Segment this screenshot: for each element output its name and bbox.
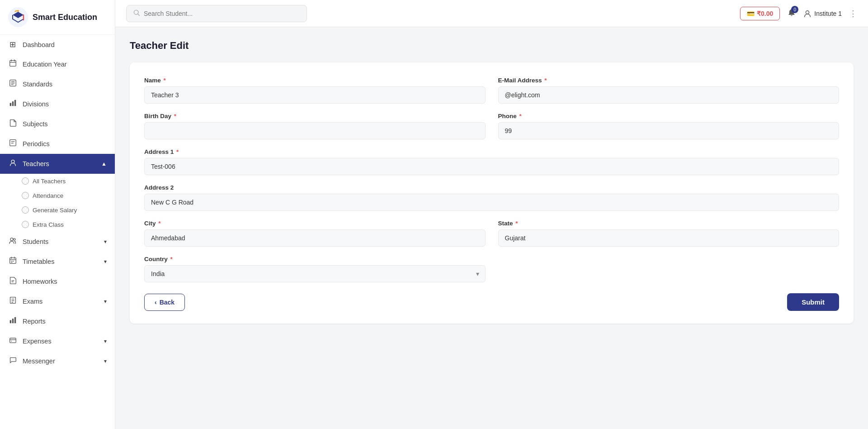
sidebar-item-exams[interactable]: Exams ▾ (0, 291, 115, 311)
svg-rect-11 (9, 258, 16, 264)
birthday-input[interactable] (144, 122, 486, 139)
svg-point-8 (11, 160, 14, 163)
sidebar-item-label: Expenses (23, 338, 52, 345)
rupee-amount: ₹0.00 (757, 10, 773, 17)
birthday-label: Birth Day * (144, 113, 486, 119)
svg-rect-13 (12, 319, 13, 323)
messenger-chevron-icon: ▾ (104, 358, 107, 364)
sidebar-item-teachers[interactable]: Teachers ▲ (0, 154, 115, 174)
svg-point-18 (806, 10, 809, 14)
search-bar[interactable] (126, 5, 307, 22)
subnav-all-teachers[interactable]: All Teachers (22, 174, 115, 188)
sidebar-item-divisions[interactable]: Divisions (0, 94, 115, 114)
svg-point-17 (134, 10, 138, 14)
logo-icon (8, 7, 28, 27)
header-right: 💳 ₹0.00 0 Institute 1 ⋮ (740, 7, 857, 20)
svg-rect-4 (9, 103, 11, 106)
form-actions: ‹ Back Submit (144, 293, 839, 311)
students-icon (8, 237, 17, 247)
sidebar-item-messenger[interactable]: Messenger ▾ (0, 351, 115, 371)
messenger-icon (8, 356, 17, 366)
state-input[interactable] (498, 229, 840, 247)
subnav-extra-class[interactable]: Extra Class (22, 217, 115, 232)
bell-badge: 0 (791, 6, 798, 13)
user-info[interactable]: Institute 1 (803, 10, 842, 18)
sidebar-item-subjects[interactable]: Subjects (0, 114, 115, 134)
sidebar-item-students[interactable]: Students ▾ (0, 232, 115, 252)
svg-point-16 (11, 341, 12, 342)
sidebar-item-education-year[interactable]: Education Year (0, 54, 115, 74)
exams-icon (8, 296, 17, 306)
svg-rect-5 (12, 101, 13, 106)
sidebar-item-label: Exams (23, 298, 42, 305)
country-select[interactable]: India USA UK (144, 265, 486, 282)
phone-label: Phone * (498, 113, 840, 119)
sidebar-item-reports[interactable]: Reports (0, 311, 115, 331)
back-button[interactable]: ‹ Back (144, 294, 185, 311)
standards-icon (8, 79, 17, 89)
rupee-button[interactable]: 💳 ₹0.00 (740, 7, 780, 20)
sidebar-item-label: Reports (23, 318, 46, 325)
address1-label: Address 1 * (144, 148, 839, 155)
sidebar-item-homeworks[interactable]: Homeworks (0, 272, 115, 291)
teachers-icon (8, 159, 17, 169)
main-area: 💳 ₹0.00 0 Institute 1 ⋮ Teacher Edit Nam… (115, 0, 868, 429)
email-label: E-Mail Address * (498, 77, 840, 84)
phone-input[interactable] (498, 122, 840, 139)
subnav-attendance[interactable]: Attendance (22, 188, 115, 203)
svg-rect-12 (9, 320, 11, 324)
sidebar-item-periodics[interactable]: Periodics (0, 134, 115, 154)
students-chevron-icon: ▾ (104, 238, 107, 245)
sidebar-item-label: Students (23, 238, 48, 245)
submit-button[interactable]: Submit (787, 293, 839, 311)
email-group: E-Mail Address * (498, 77, 840, 104)
timetables-chevron-icon: ▾ (104, 258, 107, 265)
sidebar-item-dashboard[interactable]: ⊞ Dashboard (0, 35, 115, 54)
email-input[interactable] (498, 86, 840, 104)
subnav-generate-salary[interactable]: Generate Salary (22, 203, 115, 217)
birthday-group: Birth Day * (144, 113, 486, 139)
more-menu-button[interactable]: ⋮ (849, 9, 857, 19)
sidebar-item-expenses[interactable]: Expenses ▾ (0, 331, 115, 351)
teacher-edit-form: Name * E-Mail Address * Birth Day * (130, 62, 854, 324)
sidebar-item-label: Teachers (23, 160, 49, 167)
sidebar-item-timetables[interactable]: Timetables ▾ (0, 252, 115, 272)
subnav-label: Generate Salary (33, 207, 77, 214)
form-row-2: Birth Day * Phone * (144, 113, 839, 139)
sidebar-item-label: Dashboard (23, 41, 55, 48)
svg-rect-1 (17, 10, 19, 12)
app-logo: Smart Education (0, 0, 115, 35)
svg-rect-14 (14, 317, 15, 324)
form-row-3: Address 1 * (144, 148, 839, 175)
svg-rect-6 (14, 100, 15, 106)
sidebar-item-standards[interactable]: Standards (0, 74, 115, 94)
form-row-4: Address 2 (144, 184, 839, 211)
name-input[interactable] (144, 86, 486, 104)
address1-input[interactable] (144, 158, 839, 175)
subjects-icon (8, 119, 17, 129)
sidebar: Smart Education ⊞ Dashboard Education Ye… (0, 0, 115, 429)
form-row-5: City * State * (144, 220, 839, 247)
sidebar-item-label: Standards (23, 81, 52, 88)
expenses-chevron-icon: ▾ (104, 338, 107, 344)
svg-rect-7 (9, 140, 16, 146)
city-input[interactable] (144, 229, 486, 247)
periodics-icon (8, 139, 17, 149)
header: 💳 ₹0.00 0 Institute 1 ⋮ (115, 0, 868, 27)
search-input[interactable] (144, 10, 300, 17)
sidebar-item-label: Homeworks (23, 278, 57, 285)
address2-input[interactable] (144, 194, 839, 211)
content-area: Teacher Edit Name * E-Mail Address * (115, 27, 868, 429)
address2-group: Address 2 (144, 184, 839, 211)
bell-button[interactable]: 0 (787, 8, 796, 19)
app-name: Smart Education (33, 13, 97, 22)
back-arrow-icon: ‹ (155, 299, 157, 306)
country-label: Country * (144, 256, 486, 262)
svg-point-10 (13, 238, 15, 240)
city-label: City * (144, 220, 486, 227)
phone-group: Phone * (498, 113, 840, 139)
subnav-label: Attendance (33, 192, 63, 199)
country-group: Country * India USA UK (144, 256, 486, 282)
sidebar-item-label: Messenger (23, 358, 55, 365)
name-label: Name * (144, 77, 486, 84)
